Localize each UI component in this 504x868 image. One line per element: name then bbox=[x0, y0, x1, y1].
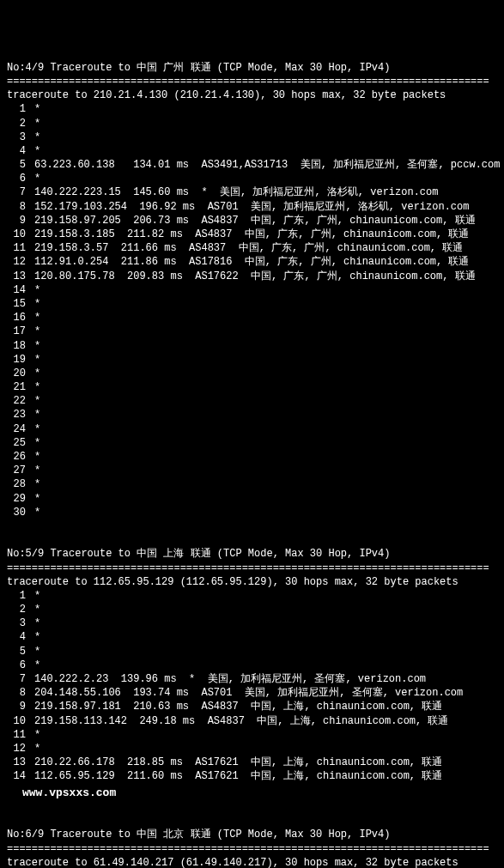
trace-header: No:5/9 Traceroute to 中国 上海 联通 (TCP Mode,… bbox=[7, 547, 497, 561]
hop-row: 6 * bbox=[7, 659, 497, 672]
hop-detail: * bbox=[34, 451, 40, 463]
hop-number: 23 bbox=[7, 408, 26, 422]
trace-subheader: traceroute to 61.49.140.217 (61.49.140.2… bbox=[7, 856, 497, 868]
hop-number: 11 bbox=[7, 241, 26, 255]
hop-row: 14 112.65.95.129 211.60 ms AS17621 中国, 上… bbox=[7, 769, 497, 783]
hop-number: 29 bbox=[7, 492, 26, 506]
hop-row: 13 120.80.175.78 209.83 ms AS17622 中国, 广… bbox=[7, 270, 497, 283]
separator-line: ========================================… bbox=[7, 562, 489, 574]
hop-row: 19 * bbox=[7, 353, 497, 367]
hop-detail: * bbox=[34, 423, 40, 435]
hop-row: 22 * bbox=[7, 394, 497, 408]
hop-row: 26 * bbox=[7, 450, 497, 464]
hop-number: 10 bbox=[7, 228, 26, 241]
hop-row: 10 219.158.3.185 211.82 ms AS4837 中国, 广东… bbox=[7, 228, 497, 241]
hop-detail: 140.222.223.15 145.60 ms * 美国, 加利福尼亚州, 洛… bbox=[34, 186, 438, 198]
separator: ========================================… bbox=[7, 561, 497, 575]
hop-detail: 112.91.0.254 211.86 ms AS17816 中国, 广东, 广… bbox=[34, 256, 469, 268]
hop-row: 30 * bbox=[7, 506, 497, 519]
hop-row: 11 219.158.3.57 211.66 ms AS4837 中国, 广东,… bbox=[7, 241, 497, 255]
hop-number: 9 bbox=[7, 700, 26, 713]
hop-number: 2 bbox=[7, 603, 26, 616]
hop-row: 11 * bbox=[7, 728, 497, 742]
hop-row: 6 * bbox=[7, 172, 497, 185]
hop-detail: 140.222.2.23 139.96 ms * 美国, 加利福尼亚州, 圣何塞… bbox=[34, 673, 426, 685]
hop-number: 12 bbox=[7, 742, 26, 756]
hop-detail: * bbox=[34, 507, 40, 519]
hop-detail: 204.148.55.106 193.74 ms AS701 美国, 加利福尼亚… bbox=[34, 687, 463, 699]
hop-number: 24 bbox=[7, 422, 26, 436]
hop-number: 8 bbox=[7, 200, 26, 214]
hop-detail: 219.158.3.57 211.66 ms AS4837 中国, 广东, 广州… bbox=[34, 242, 463, 254]
hop-detail: 152.179.103.254 196.92 ms AS701 美国, 加利福尼… bbox=[34, 201, 469, 213]
hop-row: 21 * bbox=[7, 380, 497, 394]
hop-row: 20 * bbox=[7, 367, 497, 380]
trace-header-text: No:5/9 Traceroute to 中国 上海 联通 (TCP Mode,… bbox=[7, 548, 390, 560]
hop-row: 23 * bbox=[7, 408, 497, 422]
hop-row: 16 * bbox=[7, 311, 497, 325]
hop-number: 7 bbox=[7, 185, 26, 199]
separator: ========================================… bbox=[7, 75, 497, 88]
hop-row: 12 112.91.0.254 211.86 ms AS17816 中国, 广东… bbox=[7, 255, 497, 269]
hop-number: 27 bbox=[7, 464, 26, 477]
trace-header: No:4/9 Traceroute to 中国 广州 联通 (TCP Mode,… bbox=[7, 61, 497, 75]
blank-line bbox=[7, 800, 497, 814]
hop-detail: * bbox=[34, 103, 40, 115]
blank-line bbox=[7, 814, 497, 828]
hop-row: 1 * bbox=[7, 589, 497, 603]
trace-subheader: traceroute to 210.21.4.130 (210.21.4.130… bbox=[7, 88, 497, 102]
hop-number: 3 bbox=[7, 616, 26, 630]
hop-detail: * bbox=[34, 145, 40, 157]
hop-row: 14 * bbox=[7, 283, 497, 297]
trace-header: No:6/9 Traceroute to 中国 北京 联通 (TCP Mode,… bbox=[7, 828, 497, 841]
hop-number: 25 bbox=[7, 436, 26, 450]
hop-detail: 219.158.97.181 210.63 ms AS4837 中国, 上海, … bbox=[34, 701, 442, 713]
hop-row: 12 * bbox=[7, 742, 497, 756]
hop-number: 6 bbox=[7, 172, 26, 185]
hop-row: 8 152.179.103.254 196.92 ms AS701 美国, 加利… bbox=[7, 200, 497, 214]
hop-detail: * bbox=[34, 409, 40, 421]
hop-detail: 219.158.113.142 249.18 ms AS4837 中国, 上海,… bbox=[34, 715, 448, 727]
hop-detail: 210.22.66.178 218.85 ms AS17621 中国, 上海, … bbox=[34, 756, 442, 768]
watermark-label: www.vpsxxs.com bbox=[22, 786, 116, 799]
hop-row: 10 219.158.113.142 249.18 ms AS4837 中国, … bbox=[7, 714, 497, 728]
hop-number: 1 bbox=[7, 102, 26, 116]
hop-row: 29 * bbox=[7, 492, 497, 506]
hop-number: 30 bbox=[7, 506, 26, 519]
hop-detail: * bbox=[34, 617, 40, 629]
hop-row: 2 * bbox=[7, 117, 497, 131]
hop-number: 8 bbox=[7, 686, 26, 700]
trace-subheader-text: traceroute to 61.49.140.217 (61.49.140.2… bbox=[7, 857, 458, 868]
hop-row: 3 * bbox=[7, 131, 497, 144]
hop-number: 11 bbox=[7, 728, 26, 742]
hop-row: 1 * bbox=[7, 102, 497, 116]
trace-subheader-text: traceroute to 210.21.4.130 (210.21.4.130… bbox=[7, 89, 446, 101]
hop-row: 4 * bbox=[7, 630, 497, 644]
hop-detail: * bbox=[34, 173, 40, 185]
hop-row: 24 * bbox=[7, 422, 497, 436]
hop-row: 17 * bbox=[7, 325, 497, 338]
hop-number: 6 bbox=[7, 659, 26, 672]
hop-detail: * bbox=[34, 284, 40, 296]
separator-line: ========================================… bbox=[7, 843, 489, 855]
hop-number: 4 bbox=[7, 630, 26, 644]
hop-detail: * bbox=[34, 395, 40, 407]
hop-number: 1 bbox=[7, 589, 26, 603]
hop-number: 16 bbox=[7, 311, 26, 325]
hop-row: 9 219.158.97.181 210.63 ms AS4837 中国, 上海… bbox=[7, 700, 497, 713]
hop-detail: 219.158.97.205 206.73 ms AS4837 中国, 广东, … bbox=[34, 215, 476, 227]
hop-number: 10 bbox=[7, 714, 26, 728]
hop-number: 14 bbox=[7, 283, 26, 297]
trace-header-text: No:4/9 Traceroute to 中国 广州 联通 (TCP Mode,… bbox=[7, 62, 390, 74]
hop-number: 21 bbox=[7, 380, 26, 394]
hop-row: 7 140.222.223.15 145.60 ms * 美国, 加利福尼亚州,… bbox=[7, 185, 497, 199]
hop-detail: * bbox=[34, 659, 40, 671]
hop-detail: * bbox=[34, 340, 40, 352]
hop-number: 26 bbox=[7, 450, 26, 464]
hop-detail: 112.65.95.129 211.60 ms AS17621 中国, 上海, … bbox=[34, 770, 442, 782]
hop-number: 28 bbox=[7, 477, 26, 491]
hop-row: 5 63.223.60.138 134.01 ms AS3491,AS31713… bbox=[7, 158, 497, 172]
hop-detail: * bbox=[34, 131, 40, 143]
hop-detail: * bbox=[34, 354, 40, 366]
hop-detail: * bbox=[34, 381, 40, 393]
